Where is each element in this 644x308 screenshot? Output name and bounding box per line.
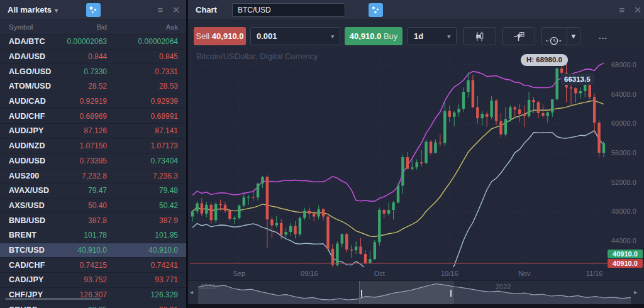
ask-cell: 0.68991: [125, 112, 186, 121]
volume-select[interactable]: 0.001 ▾: [250, 27, 340, 45]
column-symbol[interactable]: Symbol: [0, 23, 63, 31]
ask-cell: 50.42: [125, 201, 186, 210]
watchlist-row-cadchf[interactable]: CAD/CHF0.742150.74241: [0, 258, 186, 273]
symbol-cell: AUD/CAD: [0, 97, 63, 106]
price-tick: 52000.0: [611, 179, 643, 186]
symbol-cell: CRUDE: [0, 305, 63, 308]
ask-cell: 0.92939: [125, 97, 186, 106]
bid-cell: 0.7330: [63, 67, 125, 76]
watchlist-scrollbar-thumb[interactable]: [5, 298, 101, 300]
symbol-cell: BRENT: [0, 231, 63, 239]
price-tick: 60000.0: [611, 119, 643, 127]
ask-cell: 1.07173: [125, 141, 186, 150]
navigator-left-arrow[interactable]: ◂: [190, 289, 197, 295]
close-icon[interactable]: ✕: [170, 4, 182, 16]
menu-icon[interactable]: ≡: [616, 4, 628, 16]
watchlist-row-adausd[interactable]: ADA/USD0.8440.845: [0, 50, 186, 65]
timeframe-select[interactable]: 1d ▾: [408, 27, 457, 45]
buy-label: Buy: [384, 31, 397, 41]
close-icon[interactable]: ✕: [632, 4, 643, 16]
indicators-button[interactable]: ▾: [502, 27, 535, 45]
watchlist-row-bnbusd[interactable]: BNB/USD387.8387.9: [0, 213, 186, 228]
bid-cell: 28.52: [63, 82, 125, 91]
price-tick: 64000.0: [611, 91, 643, 98]
buy-button[interactable]: 40,910.0 Buy: [345, 27, 402, 45]
price-annotation-label: 66313.5: [561, 74, 594, 85]
navigator-year-right: 2022: [496, 283, 511, 290]
bid-cell: 79.47: [63, 186, 125, 195]
candlestick-chart: [190, 53, 608, 267]
symbol-cell: AUD/JPY: [0, 126, 63, 135]
bid-cell: 1.07150: [63, 141, 125, 150]
watchlist-header: All markets▾ ≡ ✕: [0, 0, 186, 20]
navigator-selection-window[interactable]: [359, 281, 453, 305]
chart-title: Chart: [196, 5, 217, 14]
watchlist-row-audchf[interactable]: AUD/CHF0.689690.68991: [0, 109, 186, 124]
watchlist-row-axsusd[interactable]: AXS/USD50.4050.42: [0, 199, 186, 214]
navigator-left-handle[interactable]: [361, 290, 362, 297]
chevron-down-icon: ▾: [572, 31, 576, 41]
symbol-cell: AXS/USD: [0, 201, 63, 210]
watchlist-row-aus200[interactable]: AUS2007,232.87,236.3: [0, 168, 186, 184]
bid-cell: 0.73395: [63, 157, 125, 165]
time-tick: 10/16: [431, 270, 469, 277]
sell-button[interactable]: Sell 40,910.0: [194, 27, 246, 45]
link-channel-icon[interactable]: [369, 3, 383, 17]
watchlist-panel: All markets▾ ≡ ✕ Symbol Bid Ask ADA/BTC0…: [0, 0, 186, 308]
watchlist-title-dropdown[interactable]: All markets▾: [8, 5, 58, 14]
time-tick: Oct: [360, 270, 398, 277]
watchlist-row-crude[interactable]: CRUDE98.8598.91: [0, 302, 186, 308]
watchlist-row-adabtc[interactable]: ADA/BTC0.000020630.00002064: [0, 35, 186, 50]
price-tick: 48000.0: [611, 207, 643, 215]
bid-cell: 101.78: [63, 231, 125, 239]
ask-cell: 0.00002064: [125, 37, 186, 46]
watchlist-row-audusd[interactable]: AUD/USD0.733950.73404: [0, 154, 186, 169]
time-tick: 11/16: [575, 270, 613, 277]
chevron-down-icon: ▾: [331, 33, 334, 40]
watchlist-row-avaxusd[interactable]: AVAX/USD79.4779.48: [0, 184, 186, 199]
ask-cell: 387.9: [125, 216, 186, 225]
symbol-cell: AUD/NZD: [0, 141, 63, 150]
menu-icon[interactable]: ≡: [155, 4, 166, 16]
watchlist-row-btcusd[interactable]: BTC/USD40,910.040,910.0: [0, 243, 186, 258]
ask-cell: 40,910.0: [125, 246, 186, 255]
column-bid[interactable]: Bid: [63, 23, 125, 31]
bid-cell: 87.126: [63, 126, 125, 135]
ask-cell: 101.95: [125, 231, 186, 239]
watchlist-row-brent[interactable]: BRENT101.78101.95: [0, 228, 186, 243]
watchlist-row-audjpy[interactable]: AUD/JPY87.12687.141: [0, 124, 186, 139]
watchlist-row-cadjpy[interactable]: CAD/JPY93.75293.771: [0, 273, 186, 288]
watchlist-row-algousd[interactable]: ALGO/USD0.73300.7331: [0, 64, 186, 79]
timeframe-value: 1d: [414, 31, 423, 41]
symbol-input[interactable]: [232, 3, 345, 17]
ask-cell: 98.91: [125, 305, 186, 308]
navigator-right-handle[interactable]: [450, 290, 452, 297]
ask-cell: 87.141: [125, 126, 186, 135]
bid-cell: 0.844: [63, 52, 125, 61]
bid-cell: 98.85: [63, 305, 125, 308]
symbol-cell: BTC/USD: [0, 246, 63, 255]
watchlist-row-chfjpy[interactable]: CHF/JPY126.307126.329: [0, 288, 186, 303]
symbol-cell: CAD/JPY: [0, 275, 63, 284]
chart-type-button[interactable]: ▾: [464, 27, 496, 45]
navigator-right-arrow[interactable]: ▸: [634, 289, 641, 295]
time-tick: Nov: [506, 270, 543, 277]
bid-cell: 50.40: [63, 201, 125, 210]
watchlist-row-atomusd[interactable]: ATOM/USD28.5228.53: [0, 79, 186, 94]
indicators-icon: [514, 31, 525, 41]
ask-cell: 7,236.3: [125, 172, 186, 180]
column-ask[interactable]: Ask: [125, 23, 186, 31]
link-channel-icon[interactable]: [86, 3, 101, 17]
symbol-cell: AUD/USD: [0, 157, 63, 165]
more-options-button[interactable]: ...: [596, 27, 611, 45]
chart-plot-area[interactable]: Bitcoin/USDollar, Digital Currency 68000…: [188, 49, 644, 280]
symbol-cell: CAD/CHF: [0, 261, 63, 270]
chart-toolbar: Sell 40,910.0 0.001 ▾ 40,910.0 Buy 1d ▾ …: [188, 20, 644, 49]
watchlist-row-audnzd[interactable]: AUD/NZD1.071501.07173: [0, 139, 186, 154]
chart-panel: Chart ≡ ✕ Sell 40,910.0 0.001 ▾ 40,910.0…: [188, 0, 644, 308]
sessions-caret-button[interactable]: ▾: [567, 27, 580, 45]
watchlist-row-audcad[interactable]: AUD/CAD0.929190.92939: [0, 94, 186, 109]
watchlist-column-headers: Symbol Bid Ask: [0, 20, 186, 35]
chevron-down-icon: ▾: [55, 7, 58, 14]
watchlist-title: All markets: [8, 5, 52, 14]
